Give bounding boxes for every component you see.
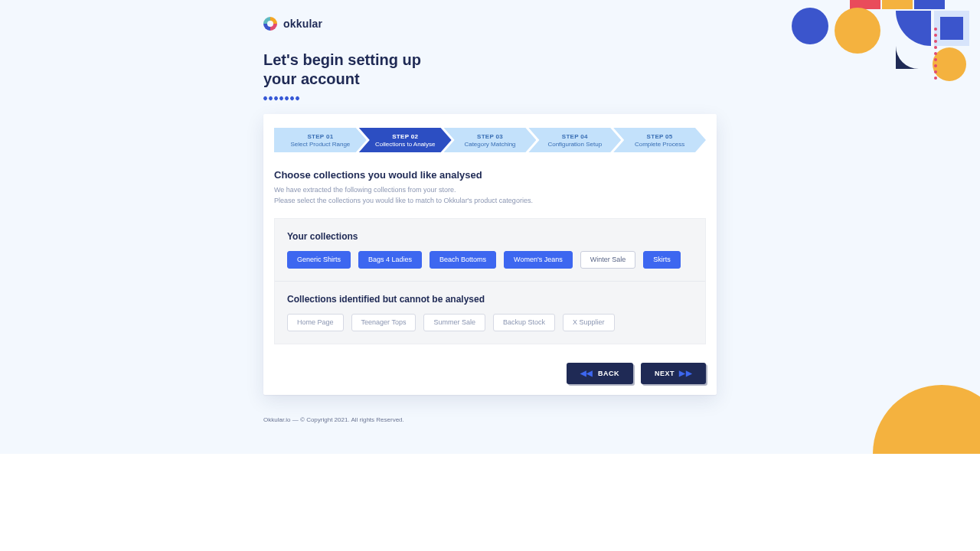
section-heading: Choose collections you would like analys… [274,169,706,181]
blocked-chip: Home Page [287,314,344,331]
page-title: Let's begin setting up your account [263,51,432,89]
arrow-left-icon: ◀◀ [580,370,593,377]
svg-rect-5 [934,11,969,46]
step-label: Collections to Analyse [359,141,452,148]
step-label: Complete Process [613,141,706,148]
svg-rect-2 [914,0,945,9]
collection-chip[interactable]: Bags 4 Ladies [358,251,422,269]
decorative-dots [934,28,937,80]
collection-chip[interactable]: Winter Sale [580,251,636,269]
svg-point-4 [835,8,880,54]
step-2[interactable]: STEP 02 Collections to Analyse [359,128,452,152]
svg-point-7 [933,47,966,81]
step-5[interactable]: STEP 05 Complete Process [613,128,706,152]
next-button[interactable]: NEXT ▶▶ [641,363,706,384]
svg-rect-6 [940,17,963,40]
brand-logo: okkular [263,17,717,31]
back-label: BACK [598,370,619,377]
blocked-collections-title: Collections identified but cannot be ana… [287,294,693,305]
svg-rect-0 [850,0,880,9]
back-button[interactable]: ◀◀ BACK [567,363,633,384]
blocked-collections-list: Home Page Teenager Tops Summer Sale Back… [287,314,693,331]
decorative-quarter-circle [873,385,980,454]
blocked-chip: X Supplier [563,314,615,331]
collection-chip[interactable]: Generic Shirts [287,251,351,269]
step-3[interactable]: STEP 03 Category Matching [444,128,537,152]
your-collections-title: Your collections [287,231,693,242]
step-number: STEP 02 [359,133,452,140]
collection-chip[interactable]: Skirts [643,251,681,269]
arrow-right-icon: ▶▶ [679,370,692,377]
svg-point-3 [792,8,828,44]
collection-chip[interactable]: Beach Bottoms [430,251,496,269]
wizard-actions: ◀◀ BACK NEXT ▶▶ [263,344,717,384]
decorative-art [743,0,980,115]
step-number: STEP 03 [444,133,537,140]
footer-copyright: Okkular.io — © Copyright 2021. All right… [263,416,717,423]
svg-rect-1 [882,0,913,9]
step-number: STEP 01 [274,133,367,140]
stepper: STEP 01 Select Product Range STEP 02 Col… [263,128,717,152]
your-collections-list: Generic Shirts Bags 4 Ladies Beach Botto… [287,251,693,269]
step-4[interactable]: STEP 04 Configuration Setup [528,128,621,152]
step-label: Select Product Range [274,141,367,148]
brand-mark-icon [263,17,277,31]
collections-panel: Your collections Generic Shirts Bags 4 L… [274,218,706,344]
next-label: NEXT [655,370,675,377]
blocked-chip: Backup Stock [493,314,555,331]
step-number: STEP 05 [613,133,706,140]
step-1[interactable]: STEP 01 Select Product Range [274,128,367,152]
heading-underline-dots [263,96,717,100]
blocked-chip: Summer Sale [423,314,485,331]
blocked-chip: Teenager Tops [351,314,416,331]
step-number: STEP 04 [528,133,621,140]
setup-card: STEP 01 Select Product Range STEP 02 Col… [263,114,717,395]
section-subtext: We have extracted the following collecti… [274,185,706,206]
brand-name: okkular [283,18,322,30]
step-label: Category Matching [444,141,537,148]
step-label: Configuration Setup [528,141,621,148]
collection-chip[interactable]: Women's Jeans [504,251,573,269]
